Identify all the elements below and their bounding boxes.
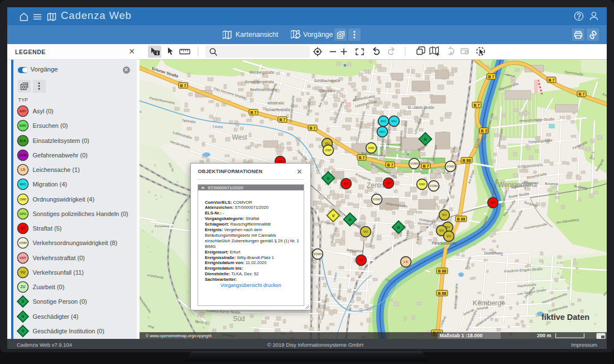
svg-text:G: G: [397, 226, 400, 229]
svg-text:ST: ST: [491, 200, 495, 204]
svg-text:Schillbachstraße: Schillbachstraße: [314, 79, 340, 83]
svg-text:ST: ST: [386, 181, 391, 185]
svg-text:Forstweg: Forstweg: [155, 224, 169, 228]
svg-text:MIG: MIG: [381, 119, 386, 123]
svg-text:OWI: OWI: [419, 183, 425, 186]
svg-text:Wildstraße: Wildstraße: [267, 101, 285, 105]
svg-text:ASY: ASY: [20, 109, 26, 113]
svg-text:West: West: [232, 133, 247, 141]
svg-text:VOWI: VOWI: [373, 198, 381, 201]
svg-text:B 88: B 88: [438, 291, 447, 295]
svg-text:ERS: ERS: [20, 124, 26, 127]
svg-text:ELS: ELS: [20, 139, 26, 142]
svg-text:B 7: B 7: [549, 78, 555, 82]
svg-text:G: G: [21, 314, 24, 318]
svg-text:Burgweg: Burgweg: [545, 182, 558, 185]
svg-text:Schaefferstraße: Schaefferstraße: [266, 108, 291, 112]
svg-text:VU: VU: [363, 229, 368, 233]
svg-text:VU: VU: [20, 270, 25, 274]
svg-text:VU: VU: [442, 213, 447, 217]
svg-text:B 88: B 88: [438, 269, 447, 273]
svg-text:OWI: OWI: [20, 198, 26, 201]
svg-text:G: G: [424, 137, 427, 141]
svg-text:VU: VU: [447, 234, 452, 238]
svg-text:VOWI: VOWI: [314, 252, 322, 256]
svg-text:MIG: MIG: [20, 183, 26, 186]
svg-text:Sonnenbergstraße: Sonnenbergstraße: [245, 80, 275, 84]
svg-text:B 7: B 7: [251, 111, 257, 114]
svg-text:B 7: B 7: [359, 156, 365, 160]
svg-text:V: V: [332, 214, 335, 218]
svg-text:B 7: B 7: [423, 164, 429, 168]
svg-text:Dietrichweg: Dietrichweg: [485, 251, 503, 256]
svg-text:B 88: B 88: [457, 217, 466, 221]
svg-text:B 7: B 7: [310, 126, 316, 130]
svg-text:Paradiesbrücke: Paradiesbrücke: [431, 241, 457, 245]
svg-text:fiktive Daten: fiktive Daten: [541, 313, 589, 322]
svg-text:MIG: MIG: [391, 119, 397, 123]
svg-text:LS: LS: [404, 260, 408, 264]
svg-text:OWI: OWI: [325, 149, 332, 152]
svg-text:B 7: B 7: [488, 75, 495, 79]
svg-text:B 7: B 7: [387, 163, 394, 167]
svg-text:B 7: B 7: [180, 84, 186, 88]
svg-text:VOWI: VOWI: [410, 162, 419, 165]
svg-text:Kernberge: Kernberge: [473, 299, 505, 307]
svg-text:VOWI: VOWI: [447, 165, 455, 168]
svg-text:St.-Jakob-Straße: St.-Jakob-Straße: [407, 106, 434, 109]
svg-text:ST: ST: [344, 181, 348, 185]
svg-text:VOWI: VOWI: [19, 241, 27, 245]
svg-text:B 7: B 7: [579, 92, 585, 96]
svg-text:G: G: [21, 329, 24, 333]
svg-text:S: S: [21, 300, 24, 304]
svg-text:Süd: Süd: [233, 315, 244, 323]
svg-text:Höhenweg: Höhenweg: [522, 181, 539, 184]
svg-text:B 88: B 88: [463, 159, 471, 162]
svg-text:nd: nd: [140, 110, 141, 113]
svg-text:ST: ST: [359, 258, 363, 262]
svg-text:VST: VST: [20, 256, 26, 260]
svg-text:OWI: OWI: [368, 146, 375, 150]
svg-text:GAW: GAW: [19, 154, 27, 157]
svg-text:Weinbergstraße: Weinbergstraße: [250, 70, 275, 75]
svg-text:ZU: ZU: [20, 285, 25, 289]
svg-text:MIG: MIG: [380, 130, 385, 133]
svg-text:Gillestraße: Gillestraße: [319, 89, 336, 93]
svg-text:G: G: [327, 176, 330, 180]
svg-text:LS: LS: [20, 167, 25, 171]
svg-text:B 7: B 7: [474, 103, 480, 107]
svg-text:VOWI: VOWI: [430, 184, 438, 188]
svg-text:ST: ST: [20, 226, 25, 230]
svg-text:G: G: [348, 218, 352, 222]
svg-text:B 7: B 7: [280, 118, 286, 122]
svg-text:VU: VU: [439, 228, 444, 232]
svg-text:SPH: SPH: [20, 212, 26, 215]
